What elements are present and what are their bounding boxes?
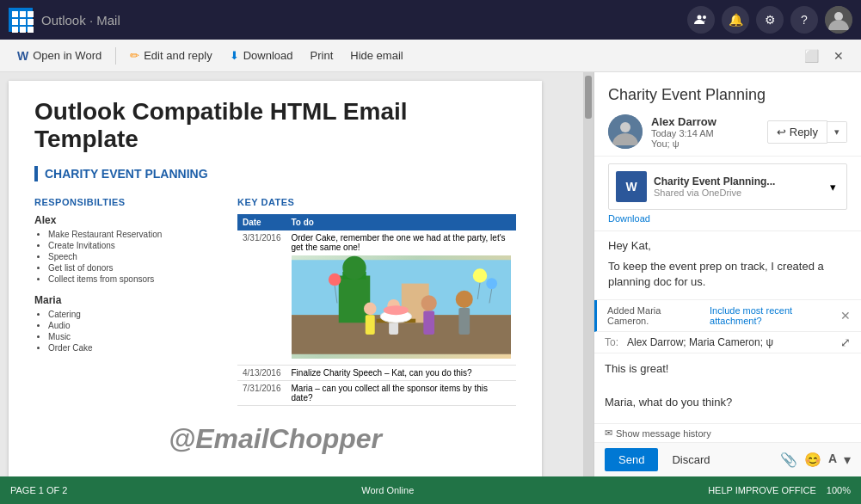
table-row: 7/31/2016 Maria – can you collect all th… [237, 381, 516, 406]
document-panel: Outlook Compatible HTML Email Template C… [0, 72, 594, 476]
list-item: Collect items from sponsors [48, 274, 220, 284]
minimize-button[interactable]: ⬜ [799, 44, 823, 68]
close-button[interactable]: ✕ [827, 44, 851, 68]
titlebar: Outlook · Mail 🔔 ⚙ ? [0, 0, 861, 40]
notification-link[interactable]: Include most recent attachment? [710, 305, 835, 326]
list-item: Make Restaurant Reservation [48, 230, 220, 239]
doc-subtitle: CHARITY EVENT PLANNING [34, 166, 516, 181]
show-history-button[interactable]: ✉ Show message history [594, 423, 861, 442]
table-header-date: Date [237, 214, 286, 230]
reply-to-value[interactable]: Alex Darrow; Maria Cameron; ψ [627, 336, 840, 348]
app-separator: · [89, 13, 96, 28]
maria-list: Catering Audio Music Order Cake [34, 310, 220, 353]
app-subtitle: Mail [96, 13, 120, 28]
reply-btn-group: ↩ Reply ▾ [767, 120, 847, 144]
doc-page: Outlook Compatible HTML Email Template C… [9, 81, 542, 476]
show-history-label: Show message history [616, 428, 711, 439]
table-cell-date: 4/13/2016 [237, 366, 286, 381]
doc-subtitle-text: CHARITY EVENT PLANNING [45, 167, 208, 181]
attachment-card[interactable]: W Charity Event Planning... Shared via O… [608, 163, 847, 210]
person-alex: Alex [34, 214, 220, 226]
svg-point-21 [328, 274, 341, 286]
sender-name: Alex Darrow [651, 115, 759, 128]
list-item: Music [48, 332, 220, 341]
sender-time: Today 3:14 AM [651, 128, 759, 138]
doc-watermark: @EmailChopper [34, 423, 516, 455]
table-cell-date: 3/31/2016 [237, 230, 286, 366]
list-item: Catering [48, 310, 220, 319]
edit-reply-button[interactable]: ✏ Edit and reply [123, 46, 219, 65]
svg-point-20 [383, 305, 408, 315]
statusbar-page: PAGE 1 OF 2 [10, 485, 67, 495]
people-icon[interactable] [687, 6, 715, 34]
reply-toolbar-icons: 📎 😊 A ▾ [780, 452, 851, 468]
attachment-area: W Charity Event Planning... Shared via O… [594, 157, 861, 231]
party-image [292, 255, 512, 359]
message-icon: ✉ [605, 427, 612, 439]
key-dates-col: KEY DATES Date To do [237, 197, 516, 406]
reply-notification: Added Maria Cameron. Include most recent… [594, 300, 861, 332]
svg-point-23 [472, 268, 486, 282]
svg-rect-17 [458, 308, 470, 335]
list-item: Audio [48, 321, 220, 330]
font-color-icon[interactable]: A [828, 452, 837, 468]
reply-icon: ↩ [777, 126, 786, 138]
separator-1 [115, 47, 116, 65]
emoji-icon[interactable]: 😊 [804, 452, 821, 468]
reply-expand-icon[interactable]: ⤢ [840, 335, 851, 349]
svg-point-25 [486, 278, 497, 289]
bell-icon[interactable]: 🔔 [722, 6, 749, 34]
reply-toolbar: Send Discard 📎 😊 A ▾ [594, 442, 861, 476]
reply-button[interactable]: ↩ Reply [767, 120, 827, 144]
responsibilities-col: RESPONSIBILTIES Alex Make Restaurant Res… [34, 197, 220, 406]
statusbar-app: Word Online [361, 485, 414, 495]
print-button[interactable]: Print [304, 46, 341, 65]
doc-title: Outlook Compatible HTML Email Template [34, 98, 516, 153]
reply-dropdown-button[interactable]: ▾ [827, 121, 847, 143]
app-grid-icon[interactable] [9, 8, 33, 32]
print-label: Print [311, 49, 334, 62]
attachment-chevron-icon[interactable]: ▾ [827, 181, 839, 194]
sender-info: Alex Darrow Today 3:14 AM You; ψ [651, 115, 759, 149]
email-header: Charity Event Planning Alex Darrow Today… [594, 72, 861, 157]
attach-icon[interactable]: 📎 [780, 452, 797, 468]
svg-rect-11 [365, 315, 374, 335]
email-greeting: Hey Kat, [608, 238, 847, 254]
sender-to: You; ψ [651, 138, 759, 149]
attachment-download-link[interactable]: Download [608, 213, 847, 224]
discard-button[interactable]: Discard [665, 450, 716, 470]
toolbar: W Open in Word ✏ Edit and reply ⬇ Downlo… [0, 40, 861, 72]
table-header-todo: To do [286, 214, 517, 230]
main-content: Outlook Compatible HTML Email Template C… [0, 72, 861, 476]
app-title: Outlook · Mail [41, 13, 120, 28]
send-button[interactable]: Send [605, 448, 658, 471]
reply-to-label: To: [605, 336, 622, 348]
reply-text-body[interactable]: This is great!Maria, what do you think? [594, 353, 861, 423]
attachment-subtitle: Shared via OneDrive [654, 187, 820, 198]
gear-icon[interactable]: ⚙ [756, 6, 784, 34]
svg-point-10 [363, 303, 376, 316]
avatar[interactable] [825, 6, 852, 34]
key-dates-label: KEY DATES [237, 197, 516, 207]
more-options-icon[interactable]: ▾ [844, 452, 851, 468]
scrollbar-track[interactable] [583, 72, 593, 476]
email-subject: Charity Event Planning [608, 86, 847, 104]
list-item: Create Invitations [48, 241, 220, 250]
app-name: Outlook [41, 13, 86, 28]
help-icon[interactable]: ? [790, 6, 818, 34]
notification-close-icon[interactable]: ✕ [840, 309, 851, 323]
doc-scroll[interactable]: Outlook Compatible HTML Email Template C… [0, 72, 583, 476]
dates-table: Date To do 3/31/2016 Order Ca [237, 214, 516, 406]
open-word-button[interactable]: W Open in Word [10, 46, 108, 66]
table-cell-task: Finalize Charity Speech – Kat, can you d… [286, 366, 517, 381]
scrollbar-thumb[interactable] [585, 76, 592, 119]
email-body: Hey Kat, To keep the event prep on track… [594, 231, 861, 299]
edit-reply-label: Edit and reply [144, 49, 212, 62]
hide-email-button[interactable]: Hide email [343, 46, 409, 65]
download-button[interactable]: ⬇ Download [223, 46, 300, 65]
svg-point-28 [620, 122, 630, 132]
list-item: Order Cake [48, 343, 220, 353]
table-cell-date: 7/31/2016 [237, 381, 286, 406]
attachment-info: Charity Event Planning... Shared via One… [654, 175, 820, 198]
svg-rect-6 [338, 276, 370, 323]
